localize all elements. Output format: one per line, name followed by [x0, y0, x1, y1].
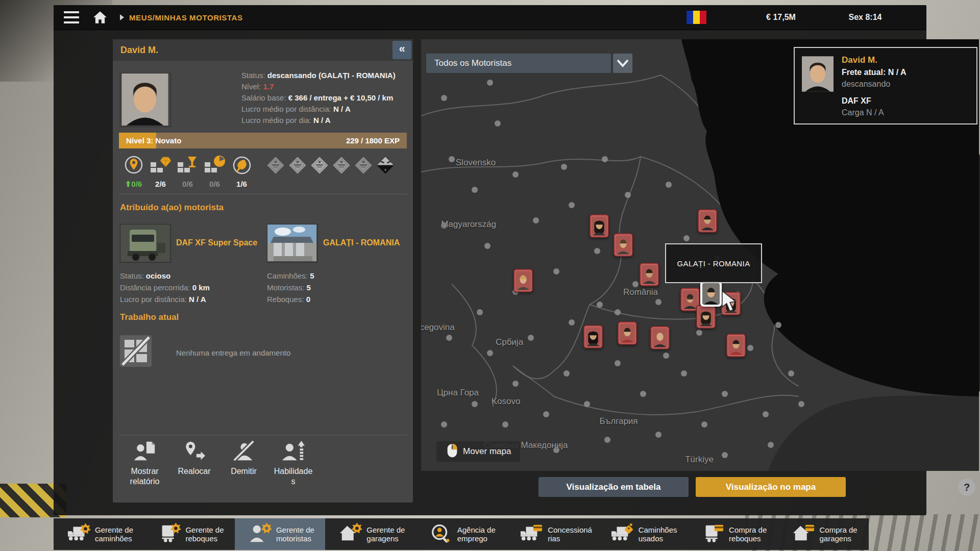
skill-eco[interactable]: 1/6 [228, 154, 255, 189]
collapse-panel-button[interactable]: « [393, 41, 411, 59]
driver-marker[interactable] [590, 214, 609, 238]
nav-house-card[interactable]: Compra de garagens [778, 518, 869, 550]
nav-label: Compra de garagens [820, 525, 857, 543]
stat-line: Distância percorrida: 0 km [120, 282, 263, 293]
driver-marker[interactable] [618, 321, 637, 345]
driver-marker[interactable] [583, 325, 603, 348]
map-label: Hercegovina [421, 322, 455, 333]
driver-marker[interactable] [698, 209, 717, 233]
menu-hamburger-icon[interactable] [61, 8, 82, 27]
nav-trailer-gear[interactable]: Gerente de reboques [144, 518, 234, 550]
adr-corrosive-icon: 8 [376, 156, 395, 177]
nav-truck-gear[interactable]: Gerente de caminhões [54, 518, 144, 550]
skill-adr-pin[interactable]: ⬆0/6 [120, 154, 147, 189]
driver-marker-selected[interactable] [700, 281, 722, 307]
driver-info-line: Nível: 1.7 [241, 81, 410, 92]
truck-thumbnail[interactable] [120, 224, 171, 263]
skill-count: 1/6 [236, 180, 247, 188]
map-label: Türkiye [685, 455, 714, 465]
driver-info-line: Lucro médio por distância: N / A [241, 104, 410, 115]
eco-icon [231, 154, 253, 179]
top-bar: MEUS/MINHAS MOTORISTAS € 17,5M Sex 8:14 [54, 5, 926, 30]
nav-person-search[interactable]: Agência de emprego [416, 518, 506, 550]
level-label: Nível 3: Novato [126, 133, 181, 148]
drivers-map[interactable]: SlovenskoMagyarországRomâniaHercegovinaС… [421, 39, 979, 471]
driver-marker[interactable] [650, 326, 670, 349]
nav-truck-card[interactable]: Concessioná rias [506, 518, 597, 550]
stat-line: Motoristas: 5 [267, 282, 410, 293]
chevron-down-icon[interactable] [613, 54, 632, 73]
driver-info-line: Status: descansando (GALAȚI - ROMANIA) [241, 70, 410, 81]
garage-link[interactable]: GALAȚI - ROMANIA [323, 238, 400, 247]
move-map-hint: Mover mapa [436, 441, 520, 462]
nav-label: Gerente de caminhões [95, 525, 133, 543]
money-display[interactable]: € 17,5M [738, 13, 824, 22]
report-button[interactable]: Mostrar relatório [120, 440, 169, 487]
flag-stripe [700, 11, 706, 24]
table-view-button[interactable]: Visualização em tabela [538, 477, 689, 497]
skills-button[interactable]: Habilidade s [268, 440, 318, 487]
nav-label: Gerente de garagens [366, 525, 405, 543]
truck-gear-icon [67, 523, 90, 545]
breadcrumb-arrow-icon [120, 14, 124, 20]
action-label: Mostrar relatório [120, 466, 169, 487]
dropdown-value: Todos os Motoristas [434, 58, 511, 68]
driver-filter-dropdown[interactable]: Todos os Motoristas [426, 54, 611, 73]
ui-backdrop: MEUS/MINHAS MOTORISTAS € 17,5M Sex 8:14 … [54, 5, 926, 515]
house-card-icon [792, 523, 815, 545]
nav-house-gear[interactable]: Gerente de garagens [325, 518, 415, 550]
nav-label: Caminhões usados [639, 525, 677, 543]
adr-oxidizer-icon [332, 156, 351, 177]
card-portrait [802, 55, 834, 93]
map-label: Slovensko [456, 158, 496, 168]
relocate-button[interactable]: Realocar [169, 440, 219, 487]
adr-explosives-icon [266, 156, 285, 177]
stat-line: Status: ocioso [120, 270, 263, 282]
nav-person-gear[interactable]: Gerente de motoristas [235, 518, 325, 550]
map-view-button[interactable]: Visualização no mapa [696, 477, 846, 497]
skill-fragile[interactable]: 0/6 [174, 154, 201, 189]
help-button[interactable]: ? [958, 479, 975, 496]
map-label: Magyarország [441, 219, 496, 230]
flag-stripe [687, 11, 693, 24]
nav-truck-tag[interactable]: Caminhões usados [597, 518, 688, 550]
truck-link[interactable]: DAF XF Super Space [176, 238, 257, 247]
skill-urgent[interactable]: 0/6 [201, 154, 228, 189]
driver-marker[interactable] [696, 305, 716, 329]
nav-label: Agência de emprego [457, 525, 496, 543]
map-label: Србија [496, 337, 523, 347]
urgent-icon [204, 154, 226, 179]
driver-info-line: Lucro médio por dia: N / A [241, 115, 410, 126]
driver-marker[interactable] [614, 233, 633, 257]
driver-marker[interactable] [513, 269, 533, 292]
action-label: Habilidade s [274, 466, 313, 487]
manager-nav-bar: Gerente de caminhõesGerente de reboquesG… [54, 518, 869, 550]
skill-long-distance[interactable]: 2/6 [147, 154, 174, 189]
trailer-gear-icon [157, 523, 181, 545]
action-label: Demitir [231, 466, 257, 477]
adr-pin-icon [122, 154, 145, 179]
dismiss-button[interactable]: Demitir [219, 440, 268, 487]
driver-marker[interactable] [640, 263, 659, 286]
divider [119, 194, 407, 194]
driver-marker[interactable] [726, 334, 746, 357]
skill-count: 0/6 [209, 180, 220, 188]
relocate-icon [182, 440, 207, 465]
map-label: România [623, 287, 658, 297]
nav-label: Gerente de motoristas [276, 525, 314, 543]
nav-trailer-card[interactable]: Compra de reboques [688, 518, 778, 550]
flag-stripe [693, 11, 700, 24]
driver-portrait [120, 73, 171, 127]
garage-thumbnail[interactable] [267, 224, 318, 263]
current-job-heading: Trabalho atual [120, 312, 179, 322]
stat-line: Lucro por distância: N / A [120, 293, 263, 305]
selected-driver-card: David M. Frete atual: N / A descansando … [794, 47, 977, 124]
adr-flammable-icon [310, 156, 329, 177]
home-icon[interactable] [89, 8, 111, 27]
driver-name: David M. [120, 45, 158, 56]
stat-line: Caminhões: 5 [267, 270, 410, 282]
svg-text:8: 8 [384, 168, 386, 171]
skills-icon [281, 440, 306, 465]
nav-label: Gerente de reboques [185, 525, 224, 543]
card-freight: Frete atual: N / A [842, 66, 906, 78]
